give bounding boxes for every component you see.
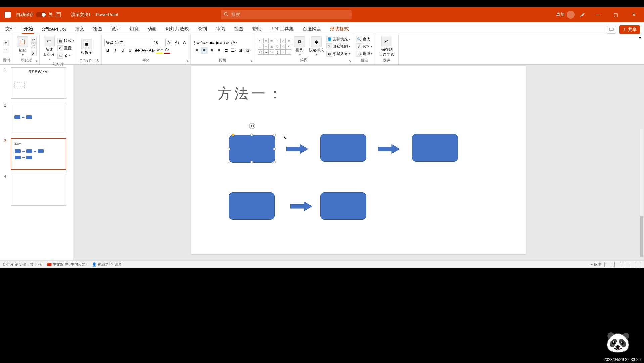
reading-view-button[interactable]: [625, 262, 631, 267]
tab-animations[interactable]: 动画: [146, 24, 158, 34]
numbering-button[interactable]: 1≡▾: [201, 39, 208, 46]
autosave-toggle[interactable]: 自动保存 关: [16, 12, 53, 18]
decrease-indent-button[interactable]: ◀≡: [208, 39, 215, 46]
smartart-button[interactable]: ⧉▾: [245, 47, 252, 54]
tab-pdf[interactable]: PDF工具集: [269, 24, 295, 34]
tab-slideshow[interactable]: 幻灯片放映: [164, 24, 190, 34]
replace-button[interactable]: ⇄替换▾: [356, 43, 372, 50]
shape-roundrect-selected[interactable]: [229, 135, 275, 163]
tab-record[interactable]: 录制: [196, 24, 209, 34]
increase-indent-button[interactable]: ▶≡: [216, 39, 222, 46]
tab-view[interactable]: 视图: [233, 24, 245, 34]
shape-effects-button[interactable]: ◐形状效果▾: [326, 50, 350, 57]
shapes-gallery[interactable]: ↖▭▭＼／▱ ○○△⬡◇↗ ⬠☁↪{}⋯: [258, 38, 291, 55]
align-left-button[interactable]: ≡: [193, 47, 200, 54]
shape-roundrect[interactable]: [412, 134, 458, 162]
shape-roundrect[interactable]: [229, 192, 275, 220]
pen-icon[interactable]: [580, 12, 586, 18]
tab-design[interactable]: 设计: [110, 24, 122, 34]
tab-baidu[interactable]: 百度网盘: [301, 24, 323, 34]
template-button[interactable]: ▣ 模板库: [80, 38, 93, 56]
notes-button[interactable]: ≡ 备注: [591, 262, 601, 267]
redo-button[interactable]: ↷: [3, 47, 9, 53]
tab-home[interactable]: 开始: [22, 24, 34, 34]
tab-file[interactable]: 文件: [4, 24, 16, 34]
select-button[interactable]: ⬚选择▾: [356, 50, 372, 57]
slide-canvas[interactable]: 方法一： ↻ ⬉: [191, 66, 526, 254]
font-size-input[interactable]: [152, 39, 166, 46]
save-baidu-button[interactable]: ∞ 保存到 百度网盘: [378, 35, 396, 58]
underline-button[interactable]: U: [119, 47, 126, 54]
tab-review[interactable]: 审阅: [215, 24, 227, 34]
close-button[interactable]: ✕: [627, 10, 641, 20]
change-case-button[interactable]: Aa▾: [149, 47, 155, 54]
rotate-handle[interactable]: ↻: [249, 123, 255, 129]
shadow-button[interactable]: S: [127, 47, 133, 54]
align-right-button[interactable]: ≡: [208, 47, 215, 54]
find-button[interactable]: 🔍查找: [356, 36, 372, 42]
normal-view-button[interactable]: [604, 262, 611, 267]
new-slide-button[interactable]: ▭ 新建 幻灯片▾: [42, 35, 56, 62]
slide-title-text[interactable]: 方法一：: [218, 84, 285, 103]
tab-officeplus[interactable]: OfficePLUS: [40, 25, 67, 34]
line-spacing-button[interactable]: ↕≡▾: [223, 39, 230, 46]
tab-insert[interactable]: 插入: [74, 24, 86, 34]
slideshow-view-button[interactable]: [635, 262, 641, 267]
slide-counter[interactable]: 幻灯片 第 3 张，共 4 张: [3, 262, 42, 267]
slide-thumbnail-1[interactable]: 图片格式(PPT): [11, 67, 66, 99]
copy-button[interactable]: ⿻: [31, 43, 37, 49]
text-direction-button[interactable]: ↕A▾: [230, 39, 237, 46]
shape-outline-button[interactable]: ✎形状轮廓▾: [326, 43, 350, 50]
bullets-button[interactable]: ⋮≡▾: [193, 39, 200, 46]
accessibility-indicator[interactable]: 👤 辅助功能: 调查: [92, 262, 122, 267]
clear-format-button[interactable]: A̶: [181, 39, 188, 46]
justify-button[interactable]: ≡: [216, 47, 222, 54]
quick-styles-button[interactable]: ◆ 快速样式▾: [308, 36, 325, 57]
shape-arrow[interactable]: [378, 144, 400, 156]
slide-thumbnail-3[interactable]: 方法一: ➡➡ ➡: [11, 138, 66, 170]
minimize-button[interactable]: ─: [591, 10, 604, 20]
char-spacing-button[interactable]: AV▾: [141, 47, 148, 54]
arrange-button[interactable]: ⧉ 排列▾: [293, 36, 306, 57]
bold-button[interactable]: B: [104, 47, 111, 54]
columns-button[interactable]: ☰▾: [230, 47, 237, 54]
section-button[interactable]: ▭节▾: [57, 52, 74, 59]
adjust-handle[interactable]: [232, 134, 234, 136]
language-indicator[interactable]: 🇨🇳 中文(简体, 中国大陆): [47, 262, 87, 267]
tab-shape-format[interactable]: 形状格式: [329, 24, 350, 34]
format-painter-button[interactable]: 🖌: [31, 50, 37, 56]
tab-help[interactable]: 帮助: [251, 24, 263, 34]
font-color-button[interactable]: A▾: [164, 47, 170, 54]
slide-thumbnail-2[interactable]: ➡: [11, 103, 66, 134]
tab-draw[interactable]: 绘图: [92, 24, 104, 34]
maximize-button[interactable]: ▢: [609, 10, 623, 20]
cut-button[interactable]: ✂: [31, 37, 37, 43]
reset-button[interactable]: ↺重置: [57, 45, 74, 52]
undo-button[interactable]: ↶: [3, 40, 9, 46]
highlight-button[interactable]: 🖊▾: [156, 47, 163, 54]
ribbon-collapse-button[interactable]: ∨: [636, 34, 644, 64]
user-account[interactable]: 卓加: [556, 11, 575, 19]
paste-button[interactable]: 📋 粘贴▾: [16, 36, 29, 57]
save-icon[interactable]: [55, 12, 61, 18]
font-name-input[interactable]: [104, 39, 151, 46]
shape-arrow[interactable]: [286, 144, 308, 156]
shrink-font-button[interactable]: A↓: [174, 39, 180, 46]
shape-fill-button[interactable]: 🪣形状填充▾: [326, 36, 350, 42]
grow-font-button[interactable]: A↑: [166, 39, 173, 46]
strike-button[interactable]: ab: [134, 47, 141, 54]
comments-button[interactable]: [607, 26, 616, 34]
layout-button[interactable]: ▤版式▾: [57, 38, 74, 44]
tab-transitions[interactable]: 切换: [128, 24, 140, 34]
align-text-button[interactable]: ⊡▾: [238, 47, 244, 54]
italic-button[interactable]: I: [112, 47, 119, 54]
shape-arrow[interactable]: [290, 201, 312, 213]
shape-roundrect[interactable]: [320, 134, 366, 162]
align-center-button[interactable]: ≡: [201, 47, 208, 54]
shape-roundrect[interactable]: [320, 192, 366, 220]
vertical-scrollbar[interactable]: [640, 129, 643, 254]
slide-thumbnail-4[interactable]: [11, 174, 66, 206]
search-input[interactable]: 搜索: [221, 10, 352, 19]
scrollbar-thumb[interactable]: [640, 216, 643, 257]
share-button[interactable]: ⇪ 共享: [619, 25, 640, 34]
